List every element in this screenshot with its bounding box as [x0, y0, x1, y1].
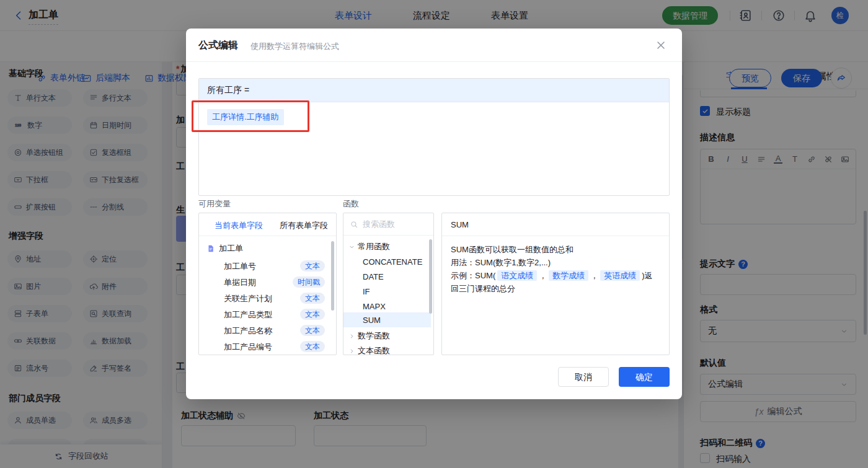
function-description: SUM函数可以获取一组数值的总和 用法：SUM(数字1,数字2,...) 示例：…	[442, 236, 669, 302]
type-badge: 文本	[300, 260, 325, 272]
type-badge: 文本	[300, 341, 325, 352]
functions-label: 函数	[343, 198, 359, 210]
type-badge: 时间戳	[293, 276, 325, 288]
function-detail-panel: SUM SUM函数可以获取一组数值的总和 用法：SUM(数字1,数字2,...)…	[441, 213, 670, 355]
variable-row[interactable]: 加工产品名称	[224, 323, 272, 339]
function-item[interactable]: MAPX	[343, 299, 386, 314]
function-group-text[interactable]: 文本函数	[343, 343, 390, 355]
function-group-math[interactable]: 数学函数	[343, 329, 390, 343]
type-badge: 文本	[300, 325, 325, 336]
variable-row[interactable]: 加工单号	[224, 258, 256, 275]
function-search-input[interactable]	[363, 219, 418, 229]
function-usage: 用法：SUM(数字1,数字2,...)	[451, 256, 660, 269]
function-name: SUM	[442, 213, 669, 236]
function-item[interactable]: DATE	[343, 269, 384, 284]
close-icon[interactable]	[655, 39, 667, 51]
variable-row[interactable]: 关联生产计划	[224, 291, 272, 307]
tree-root-form[interactable]: 加工单	[206, 241, 243, 257]
tab-all-form-fields[interactable]: 所有表单字段	[280, 220, 328, 231]
app-root: { "topbar": { "title": "加工单", "tabs": ["…	[0, 0, 868, 468]
formula-field-chip[interactable]: 工序详情.工序辅助	[207, 109, 284, 125]
variable-row[interactable]: 加工产品类型	[224, 307, 272, 323]
chevron-right-icon	[348, 333, 355, 340]
type-badge: 文本	[300, 309, 325, 320]
example-field-chip: 数学成绩	[549, 270, 588, 281]
example-field-chip: 英语成绩	[600, 270, 640, 281]
function-item[interactable]: IF	[343, 284, 370, 299]
search-icon	[350, 220, 358, 229]
function-search	[343, 213, 433, 236]
modal-header: 公式编辑 使用数学运算符编辑公式	[186, 29, 682, 62]
cancel-button[interactable]: 取消	[558, 367, 609, 387]
function-summary: SUM函数可以获取一组数值的总和	[451, 243, 660, 256]
variables-panel: 当前表单字段 所有表单字段 加工单 加工单号 文本 单据日期 时间戳 关联生产计…	[198, 213, 337, 355]
chevron-right-icon	[348, 348, 355, 355]
function-group-common[interactable]: 常用函数	[343, 239, 390, 254]
formula-target: 所有工序 =	[199, 79, 669, 102]
modal-subtitle: 使用数学运算符编辑公式	[250, 41, 339, 52]
variable-row[interactable]: 单据日期	[224, 275, 256, 291]
chevron-down-icon	[348, 244, 355, 250]
function-item-selected[interactable]: SUM	[343, 312, 431, 327]
variables-scrollbar[interactable]	[331, 241, 334, 311]
confirm-button[interactable]: 确定	[619, 367, 670, 387]
variables-tabs: 当前表单字段 所有表单字段	[199, 213, 336, 236]
tab-current-form-fields[interactable]: 当前表单字段	[215, 220, 263, 231]
variable-row[interactable]: 加工产品编号	[224, 339, 272, 355]
variables-label: 可用变量	[198, 198, 231, 210]
type-badge: 文本	[300, 293, 325, 304]
functions-scrollbar[interactable]	[429, 239, 432, 314]
modal-title: 公式编辑	[198, 39, 238, 52]
functions-panel: 常用函数 CONCATENATE DATE IF MAPX SUM 数学函数 文…	[343, 213, 434, 355]
function-example: 示例：SUM(语文成绩，数学成绩，英语成绩)返回三门课程的总分	[451, 269, 660, 295]
formula-editor-area[interactable]: 所有工序 = 工序详情.工序辅助	[198, 78, 670, 196]
doc-icon	[206, 244, 215, 253]
formula-editor-modal: 公式编辑 使用数学运算符编辑公式 所有工序 = 工序详情.工序辅助 可用变量 函…	[186, 29, 682, 399]
function-item[interactable]: CONCATENATE	[343, 254, 422, 269]
example-field-chip: 语文成绩	[497, 270, 537, 281]
